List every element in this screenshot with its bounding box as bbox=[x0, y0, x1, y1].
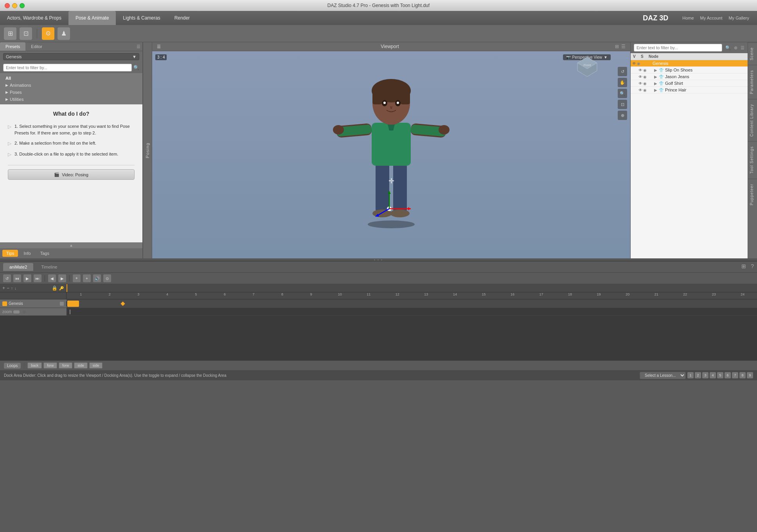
lesson-dropdown[interactable]: Select a Lesson... bbox=[640, 372, 686, 379]
right-search-icon[interactable]: 🔍 bbox=[725, 45, 731, 50]
lesson-num-6[interactable]: 6 bbox=[725, 372, 731, 378]
hair-eye-icon[interactable]: 👁 bbox=[638, 88, 642, 92]
shoes-eye-icon[interactable]: 👁 bbox=[638, 68, 642, 72]
account-link[interactable]: My Account bbox=[700, 16, 723, 20]
genesis-render-icon[interactable]: ◉ bbox=[637, 61, 640, 66]
viewport-icon-2[interactable]: ☰ bbox=[621, 44, 626, 49]
forw-button-1[interactable]: forw bbox=[43, 362, 57, 369]
category-all[interactable]: All bbox=[3, 75, 139, 82]
tl-key-btn[interactable]: ⌖ bbox=[73, 274, 81, 282]
toolbar-icon-1[interactable]: ⊞ bbox=[4, 27, 16, 40]
tl-prev-frame-btn[interactable]: ◀ bbox=[48, 274, 56, 282]
key-icon[interactable]: 🔑 bbox=[59, 286, 64, 290]
track-up-icon[interactable]: ↑ bbox=[11, 286, 13, 290]
viewport-canvas[interactable]: 3 : 4 📷 Perspective View ▼ Front bbox=[152, 51, 630, 258]
genesis-track-key[interactable] bbox=[60, 302, 64, 306]
zoom-track[interactable] bbox=[67, 308, 757, 315]
playhead[interactable] bbox=[67, 284, 67, 292]
lesson-num-2[interactable]: 2 bbox=[695, 372, 701, 378]
lesson-num-9[interactable]: 9 bbox=[747, 372, 753, 378]
tl-loop-btn[interactable]: ↺ bbox=[3, 274, 11, 282]
right-filter-input[interactable] bbox=[634, 44, 722, 52]
track-down-icon[interactable]: ↓ bbox=[14, 286, 16, 290]
shirt-expand-icon[interactable]: ▶ bbox=[654, 81, 657, 86]
lesson-num-1[interactable]: 1 bbox=[687, 372, 694, 378]
tab-parameters[interactable]: Parameters bbox=[748, 65, 757, 99]
tl-prev-btn[interactable]: ⏮ bbox=[13, 274, 21, 282]
tl-next-btn[interactable]: ⏭ bbox=[34, 274, 41, 282]
side-button-2[interactable]: side bbox=[89, 362, 103, 369]
lesson-num-4[interactable]: 4 bbox=[710, 372, 716, 378]
zoom-tool[interactable]: 🔍 bbox=[618, 89, 627, 98]
tab-puppeteer[interactable]: Puppeteer bbox=[748, 179, 757, 210]
zoom-thumb[interactable] bbox=[13, 310, 20, 313]
menu-tab-lights[interactable]: Lights & Cameras bbox=[116, 11, 167, 25]
loops-button[interactable]: Loops bbox=[4, 363, 21, 369]
lock-icon[interactable]: 🔒 bbox=[52, 285, 58, 291]
genesis-expand-icon[interactable]: ▶ bbox=[648, 61, 651, 66]
back-button[interactable]: back bbox=[27, 362, 42, 369]
jeans-render-icon[interactable]: ◉ bbox=[643, 75, 647, 79]
filter-input[interactable] bbox=[3, 64, 132, 72]
toolbar-icon-2[interactable]: ⊡ bbox=[20, 27, 32, 40]
viewport-menu-icon[interactable]: ☰ bbox=[157, 44, 165, 49]
tips-tab[interactable]: Tips bbox=[2, 250, 18, 257]
scene-item-jeans[interactable]: 👁 ◉ ▶ 👕 Jason Jeans bbox=[631, 73, 748, 80]
viewport-icon-1[interactable]: ⊞ bbox=[615, 44, 619, 49]
tl-add-key-btn[interactable]: + bbox=[83, 274, 91, 282]
genesis-track-content[interactable] bbox=[67, 299, 757, 308]
jeans-eye-icon[interactable]: 👁 bbox=[638, 75, 642, 79]
add-track-icon[interactable]: + bbox=[2, 285, 5, 291]
minimize-button[interactable] bbox=[12, 3, 17, 8]
toolbar-icon-star[interactable]: ⚙ bbox=[42, 27, 54, 40]
scene-item-genesis[interactable]: 👁 ◉ ▶ Genesis bbox=[631, 60, 748, 67]
scene-item-hair[interactable]: 👁 ◉ ▶ 👕 Prince Hair bbox=[631, 87, 748, 93]
gallery-link[interactable]: My Gallery bbox=[728, 16, 749, 20]
lesson-num-7[interactable]: 7 bbox=[732, 372, 738, 378]
minus-icon[interactable]: − bbox=[7, 285, 9, 291]
tl-settings-btn[interactable]: ⊙ bbox=[103, 274, 111, 282]
genesis-dropdown[interactable]: Genesis ▼ bbox=[3, 53, 139, 60]
menu-tab-actors[interactable]: Actors, Wardrobe & Props bbox=[0, 11, 68, 25]
frame-tool[interactable]: ⊡ bbox=[618, 100, 627, 109]
search-icon[interactable]: 🔍 bbox=[133, 65, 139, 70]
pan-tool[interactable]: ✋ bbox=[618, 78, 627, 87]
category-poses[interactable]: ▶ Poses bbox=[3, 89, 139, 96]
animate2-tab[interactable]: aniMate2 bbox=[3, 263, 33, 271]
shirt-eye-icon[interactable]: 👁 bbox=[638, 81, 642, 86]
window-controls[interactable] bbox=[5, 3, 25, 8]
genesis-keyframe-2[interactable] bbox=[120, 301, 125, 306]
tags-tab[interactable]: Tags bbox=[36, 250, 53, 257]
category-utilities[interactable]: ▶ Utilities bbox=[3, 96, 139, 103]
tl-next-frame-btn[interactable]: ▶ bbox=[58, 274, 66, 282]
info-tab[interactable]: Info bbox=[20, 250, 34, 257]
hair-render-icon[interactable]: ◉ bbox=[643, 88, 647, 92]
jeans-expand-icon[interactable]: ▶ bbox=[654, 75, 657, 79]
shoes-expand-icon[interactable]: ▶ bbox=[654, 68, 657, 72]
tl-play-btn[interactable]: ▶ bbox=[23, 274, 31, 282]
lesson-num-8[interactable]: 8 bbox=[739, 372, 746, 378]
video-button[interactable]: 🎬 Video: Posing bbox=[8, 169, 135, 180]
hair-expand-icon[interactable]: ▶ bbox=[654, 88, 657, 92]
toolbar-icon-person[interactable]: ♟ bbox=[58, 27, 70, 40]
menu-tab-pose[interactable]: Pose & Animate bbox=[68, 11, 116, 25]
scene-item-shoes[interactable]: 👁 ◉ ▶ 👕 Slip On Shoes bbox=[631, 67, 748, 73]
select-tool[interactable]: ⊕ bbox=[618, 111, 627, 120]
forw-button-2[interactable]: forw bbox=[59, 362, 72, 369]
menu-tab-render[interactable]: Render bbox=[167, 11, 197, 25]
tl-del-key-btn[interactable]: 🔊 bbox=[93, 274, 101, 282]
tab-tool-settings[interactable]: Tool Settings bbox=[748, 141, 757, 178]
right-settings-icon[interactable]: ☰ bbox=[741, 45, 744, 50]
home-link[interactable]: Home bbox=[682, 16, 694, 20]
lesson-num-3[interactable]: 3 bbox=[702, 372, 708, 378]
right-menu-icon[interactable]: ⊕ bbox=[734, 45, 737, 50]
scene-item-shirt[interactable]: 👁 ◉ ▶ 👕 Golf Shirt bbox=[631, 80, 748, 87]
maximize-button[interactable] bbox=[20, 3, 25, 8]
editor-tab[interactable]: Editor bbox=[25, 42, 48, 51]
close-button[interactable] bbox=[5, 3, 10, 8]
side-button-1[interactable]: side bbox=[74, 362, 88, 369]
tab-content-library[interactable]: Content Library bbox=[748, 99, 757, 141]
panel-menu-icon[interactable]: ☰ bbox=[135, 42, 142, 51]
timeline-tab[interactable]: Timeline bbox=[35, 263, 63, 271]
presets-tab[interactable]: Presets bbox=[0, 42, 25, 51]
